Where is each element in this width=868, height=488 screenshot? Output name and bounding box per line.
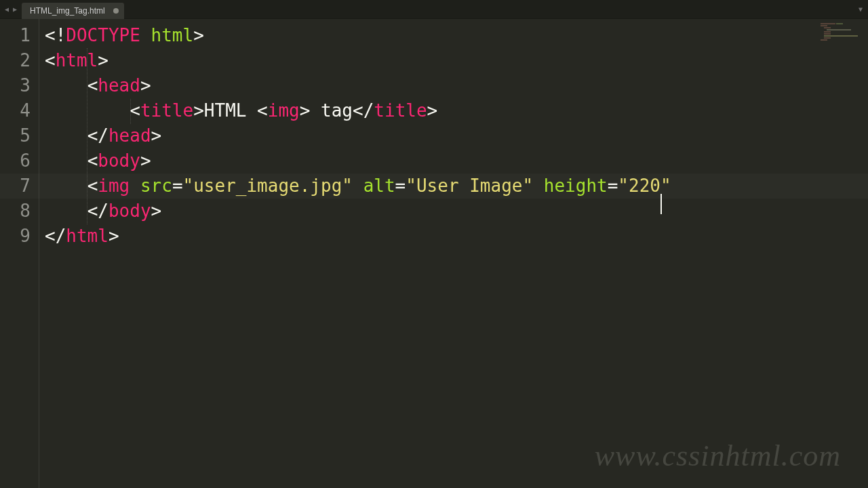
nav-forward-icon[interactable]: ▶ bbox=[11, 5, 19, 14]
code-line: </html> bbox=[45, 224, 868, 249]
line-number: 1 bbox=[0, 23, 39, 48]
line-number: 9 bbox=[0, 224, 39, 249]
line-number: 8 bbox=[0, 199, 39, 224]
tab-menu-icon[interactable]: ▼ bbox=[859, 5, 868, 13]
code-line: </head> bbox=[45, 123, 868, 148]
line-number: 4 bbox=[0, 98, 39, 123]
code-line: <title>HTML <img> tag</title> bbox=[45, 98, 868, 123]
code-line: <html> bbox=[45, 48, 868, 73]
file-tab[interactable]: HTML_img_Tag.html bbox=[22, 3, 124, 19]
nav-arrows: ◀ ▶ bbox=[0, 5, 22, 14]
line-number: 5 bbox=[0, 123, 39, 148]
line-number: 2 bbox=[0, 48, 39, 73]
line-number: 6 bbox=[0, 148, 39, 174]
editor: 1 2 3 4 5 6 7 8 9 <!DOCTYPE html> <html>… bbox=[0, 19, 868, 488]
minimap[interactable] bbox=[821, 23, 859, 38]
code-area[interactable]: <!DOCTYPE html> <html> <head> <title>HTM… bbox=[39, 19, 868, 488]
code-line: <!DOCTYPE html> bbox=[45, 23, 868, 48]
dirty-indicator-icon bbox=[113, 8, 119, 14]
code-line: <body> bbox=[45, 148, 868, 174]
nav-back-icon[interactable]: ◀ bbox=[3, 5, 11, 14]
tab-bar: ◀ ▶ HTML_img_Tag.html ▼ bbox=[0, 0, 868, 19]
indent-guide bbox=[130, 99, 131, 124]
watermark: www.cssinhtml.com bbox=[595, 439, 841, 473]
code-line-active: <img src="user_image.jpg" alt="User Imag… bbox=[45, 174, 868, 199]
code-line: <head> bbox=[45, 73, 868, 98]
tab-filename: HTML_img_Tag.html bbox=[30, 6, 105, 16]
code-line: </body> bbox=[45, 199, 868, 224]
line-number: 3 bbox=[0, 73, 39, 98]
gutter: 1 2 3 4 5 6 7 8 9 bbox=[0, 19, 39, 488]
